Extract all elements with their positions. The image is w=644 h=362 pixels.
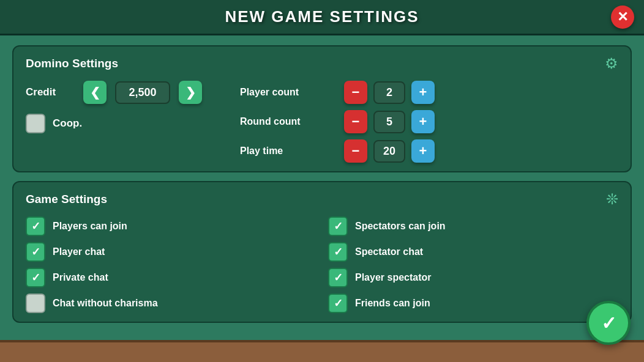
play-time-plus[interactable]: + — [411, 139, 435, 163]
private-chat-label: Private chat — [53, 272, 108, 283]
player-chat-checkbox[interactable]: ✓ — [26, 242, 45, 262]
round-count-label: Round count — [240, 116, 338, 127]
close-button[interactable]: ✕ — [611, 6, 634, 29]
game-settings-section: Game Settings ❊ ✓ Players can join ✓ Spe… — [12, 181, 632, 323]
dialog-title: NEW GAME SETTINGS — [225, 7, 419, 26]
confirm-icon: ✓ — [601, 312, 616, 334]
credit-decrease-button[interactable]: ❮ — [83, 81, 107, 104]
list-item: ✓ Spectators can join — [328, 216, 618, 236]
play-time-row: Play time − 20 + — [240, 139, 618, 163]
settings-grid: ✓ Players can join ✓ Spectators can join… — [26, 216, 618, 313]
player-chat-label: Player chat — [53, 246, 105, 257]
chat-without-charisma-checkbox[interactable] — [26, 294, 45, 313]
main-content: Domino Settings ⚙ Credit ❮ 2,500 ❯ — [0, 35, 644, 340]
round-count-value: 5 — [373, 111, 405, 133]
player-spectator-label: Player spectator — [355, 272, 432, 283]
players-can-join-label: Players can join — [53, 221, 127, 232]
player-count-label: Player count — [240, 87, 338, 98]
credit-label: Credit — [26, 86, 75, 98]
domino-gear-icon[interactable]: ⚙ — [605, 55, 618, 72]
domino-right-col: Player count − 2 + Round count − 5 — [240, 81, 618, 163]
spectators-can-join-checkbox[interactable]: ✓ — [328, 216, 348, 236]
list-item: ✓ Spectator chat — [328, 242, 618, 262]
chat-without-charisma-label: Chat without charisma — [53, 298, 158, 309]
title-bar: NEW GAME SETTINGS ✕ — [0, 0, 644, 35]
spectators-can-join-label: Spectators can join — [355, 221, 446, 232]
domino-settings-section: Domino Settings ⚙ Credit ❮ 2,500 ❯ — [12, 45, 632, 172]
coop-label: Coop. — [53, 117, 82, 130]
player-count-plus[interactable]: + — [411, 81, 435, 104]
domino-left-col: Credit ❮ 2,500 ❯ Coop. — [26, 81, 222, 133]
private-chat-checkbox[interactable]: ✓ — [26, 268, 45, 287]
friends-can-join-label: Friends can join — [355, 298, 430, 309]
list-item: ✓ Player spectator — [328, 268, 618, 287]
credit-increase-button[interactable]: ❯ — [179, 81, 202, 104]
round-count-plus[interactable]: + — [411, 110, 435, 133]
list-item: ✓ Player chat — [26, 242, 316, 262]
list-item: ✓ Private chat — [26, 268, 316, 287]
coop-checkbox[interactable] — [26, 114, 45, 133]
play-time-value: 20 — [373, 140, 405, 163]
player-count-minus[interactable]: − — [344, 81, 367, 104]
credit-row: Credit ❮ 2,500 ❯ — [26, 81, 222, 104]
round-count-minus[interactable]: − — [344, 110, 367, 133]
spectator-chat-checkbox[interactable]: ✓ — [328, 242, 348, 262]
player-spectator-checkbox[interactable]: ✓ — [328, 268, 348, 287]
players-can-join-checkbox[interactable]: ✓ — [26, 216, 45, 236]
confirm-button[interactable]: ✓ — [586, 301, 631, 345]
list-item: ✓ Friends can join — [328, 294, 618, 313]
domino-row: Credit ❮ 2,500 ❯ Coop. — [26, 81, 618, 163]
player-count-row: Player count − 2 + — [240, 81, 618, 104]
credit-value: 2,500 — [115, 81, 170, 104]
domino-section-header: Domino Settings ⚙ — [26, 55, 618, 72]
spectator-chat-label: Spectator chat — [355, 246, 423, 257]
domino-section-title: Domino Settings — [26, 57, 118, 70]
list-item: Chat without charisma — [26, 294, 316, 313]
player-count-value: 2 — [373, 81, 405, 104]
friends-can-join-checkbox[interactable]: ✓ — [328, 294, 348, 313]
coop-row: Coop. — [26, 114, 222, 133]
list-item: ✓ Players can join — [26, 216, 316, 236]
play-time-minus[interactable]: − — [344, 139, 367, 163]
game-section-header: Game Settings ❊ — [26, 191, 618, 208]
round-count-row: Round count − 5 + — [240, 110, 618, 133]
game-section-title: Game Settings — [26, 193, 107, 206]
bottom-bar: ✓ — [0, 340, 644, 362]
play-time-label: Play time — [240, 146, 338, 157]
game-gear-icon[interactable]: ❊ — [606, 191, 618, 208]
